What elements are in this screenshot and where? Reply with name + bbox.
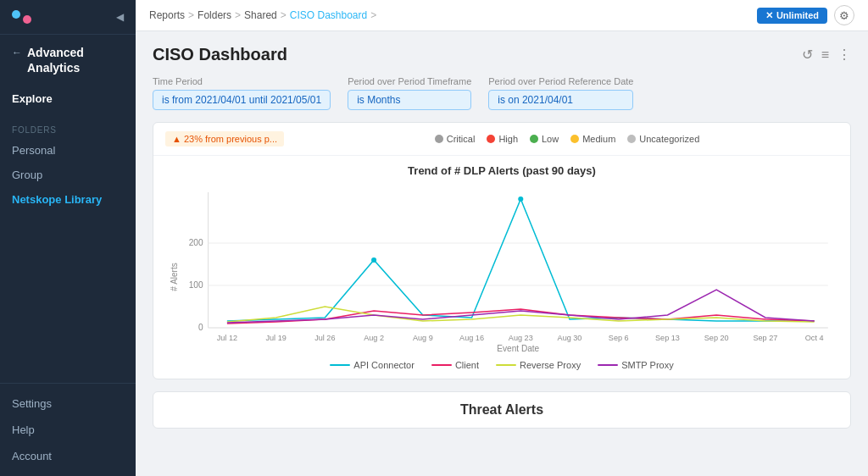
svg-text:Jul 26: Jul 26 bbox=[314, 334, 335, 342]
sidebar-bottom: Settings Help Account bbox=[0, 383, 136, 476]
svg-text:200: 200 bbox=[189, 238, 203, 247]
svg-text:Oct 4: Oct 4 bbox=[805, 334, 824, 342]
breadcrumb-sep-4: > bbox=[370, 9, 376, 21]
unlimited-badge: ✕ Unlimited bbox=[757, 8, 827, 24]
legend-critical-dot bbox=[435, 135, 443, 143]
top-bar: Reports > Folders > Shared > CISO Dashbo… bbox=[136, 0, 868, 31]
footer-legend-smtp-label: SMTP Proxy bbox=[621, 360, 674, 370]
more-button[interactable]: ⋮ bbox=[837, 47, 851, 63]
collapse-button[interactable]: ◀ bbox=[116, 11, 124, 23]
filter-time-period-chip[interactable]: is from 2021/04/01 until 2021/05/01 bbox=[153, 90, 331, 110]
dashboard-actions: ↺ ≡ ⋮ bbox=[802, 47, 851, 63]
trend-badge: ▲ 23% from previous p... bbox=[165, 131, 284, 147]
filter-timeframe-chip[interactable]: is Months bbox=[348, 90, 471, 110]
footer-legend-proxy: Reverse Proxy bbox=[496, 360, 581, 370]
footer-legend-client-label: Client bbox=[455, 360, 479, 370]
filter-button[interactable]: ≡ bbox=[821, 47, 829, 63]
filter-reference-date-label: Period over Period Reference Date bbox=[488, 76, 633, 86]
svg-text:Aug 9: Aug 9 bbox=[413, 334, 433, 342]
breadcrumb-active: CISO Dashboard bbox=[290, 9, 367, 21]
chart-card-header: ▲ 23% from previous p... Critical High L… bbox=[153, 123, 850, 156]
filter-timeframe-label: Period over Period Timeframe bbox=[348, 76, 471, 86]
sidebar-item-netskope-library[interactable]: Netskope Library bbox=[0, 187, 136, 212]
refresh-button[interactable]: ↺ bbox=[802, 47, 813, 63]
legend-high-dot bbox=[487, 135, 495, 143]
filter-time-period-label: Time Period bbox=[153, 76, 331, 86]
chart-title: Trend of # DLP Alerts (past 90 days) bbox=[167, 164, 837, 177]
filter-timeframe: Period over Period Timeframe is Months bbox=[348, 76, 471, 110]
sidebar-item-settings[interactable]: Settings bbox=[0, 390, 136, 417]
footer-legend-client: Client bbox=[431, 360, 479, 370]
legend-medium: Medium bbox=[570, 134, 615, 144]
sidebar-item-personal[interactable]: Personal bbox=[0, 138, 136, 163]
threat-alerts-section: Threat Alerts bbox=[153, 391, 851, 429]
sidebar-item-help[interactable]: Help bbox=[0, 417, 136, 443]
breadcrumb-folders[interactable]: Folders bbox=[198, 9, 231, 21]
footer-legend-api: API Connector bbox=[330, 360, 415, 370]
sidebar-item-explore[interactable]: Explore bbox=[0, 86, 136, 112]
sidebar-advanced-analytics: ← Advanced Analytics bbox=[0, 35, 136, 86]
chart-area: 0 100 200 # Alerts Jul 12 Jul 19 Jul 26 … bbox=[167, 184, 837, 353]
svg-text:0: 0 bbox=[198, 323, 203, 332]
svg-text:Sep 27: Sep 27 bbox=[754, 334, 778, 342]
legend-low: Low bbox=[530, 134, 559, 144]
footer-legend-client-line bbox=[431, 364, 452, 366]
filter-time-period: Time Period is from 2021/04/01 until 202… bbox=[153, 76, 331, 110]
sidebar: ◀ ← Advanced Analytics Explore FOLDERS P… bbox=[0, 0, 136, 476]
sidebar-folders-section-label: FOLDERS bbox=[0, 112, 136, 138]
svg-text:Jul 12: Jul 12 bbox=[217, 334, 237, 342]
dashboard-header: CISO Dashboard ↺ ≡ ⋮ bbox=[153, 45, 851, 64]
chart-body: Trend of # DLP Alerts (past 90 days) 0 bbox=[153, 156, 850, 379]
dlp-chart-card: ▲ 23% from previous p... Critical High L… bbox=[153, 122, 851, 379]
dashboard-body: CISO Dashboard ↺ ≡ ⋮ Time Period is from… bbox=[136, 31, 868, 476]
svg-text:Aug 30: Aug 30 bbox=[558, 334, 582, 342]
sidebar-item-account[interactable]: Account bbox=[0, 443, 136, 469]
footer-legend-smtp-line bbox=[598, 364, 618, 366]
sidebar-logo: ◀ bbox=[0, 0, 136, 35]
legend-uncategorized: Uncategorized bbox=[627, 134, 699, 144]
legend-critical: Critical bbox=[435, 134, 476, 144]
footer-legend-smtp: SMTP Proxy bbox=[598, 360, 674, 370]
svg-text:Aug 23: Aug 23 bbox=[509, 334, 533, 342]
legend-low-dot bbox=[530, 135, 538, 143]
top-bar-right: ✕ Unlimited ⚙ bbox=[757, 5, 854, 25]
svg-text:Jul 19: Jul 19 bbox=[265, 334, 286, 342]
unlimited-icon: ✕ bbox=[765, 10, 773, 21]
dashboard-title: CISO Dashboard bbox=[153, 45, 287, 64]
breadcrumb-sep-2: > bbox=[235, 9, 241, 21]
footer-legend-api-label: API Connector bbox=[353, 360, 415, 370]
svg-text:Sep 13: Sep 13 bbox=[655, 334, 680, 342]
breadcrumb-sep-3: > bbox=[281, 9, 287, 21]
svg-text:Sep 20: Sep 20 bbox=[704, 334, 729, 342]
footer-legend-api-line bbox=[330, 364, 350, 366]
svg-text:# Alerts: # Alerts bbox=[170, 263, 179, 291]
footer-legend-proxy-label: Reverse Proxy bbox=[520, 360, 581, 370]
breadcrumb-reports[interactable]: Reports bbox=[149, 9, 185, 21]
back-arrow-icon[interactable]: ← bbox=[12, 47, 22, 60]
threat-alerts-title: Threat Alerts bbox=[167, 402, 837, 418]
legend-uncategorized-dot bbox=[627, 135, 636, 143]
chart-legend: Critical High Low Medium bbox=[296, 134, 838, 144]
footer-legend-proxy-line bbox=[496, 364, 516, 366]
svg-text:Aug 16: Aug 16 bbox=[459, 334, 484, 342]
logo-icon bbox=[12, 10, 31, 24]
legend-medium-label: Medium bbox=[582, 134, 615, 144]
sidebar-item-group[interactable]: Group bbox=[0, 163, 136, 187]
chart-svg: 0 100 200 # Alerts Jul 12 Jul 19 Jul 26 … bbox=[167, 184, 837, 353]
svg-point-23 bbox=[371, 257, 376, 263]
legend-critical-label: Critical bbox=[447, 134, 476, 144]
unlimited-label: Unlimited bbox=[776, 10, 819, 20]
legend-high: High bbox=[487, 134, 518, 144]
svg-text:100: 100 bbox=[189, 280, 203, 290]
breadcrumb: Reports > Folders > Shared > CISO Dashbo… bbox=[149, 9, 376, 21]
breadcrumb-shared[interactable]: Shared bbox=[244, 9, 277, 21]
filter-reference-date: Period over Period Reference Date is on … bbox=[488, 76, 633, 110]
svg-text:Aug 2: Aug 2 bbox=[364, 334, 384, 342]
chart-footer-legend: API Connector Client Reverse Proxy SMTP … bbox=[167, 360, 837, 370]
filter-reference-date-chip[interactable]: is on 2021/04/01 bbox=[488, 90, 633, 110]
topbar-settings-button[interactable]: ⚙ bbox=[834, 5, 854, 25]
legend-high-label: High bbox=[498, 134, 518, 144]
svg-text:Event Date: Event Date bbox=[497, 344, 539, 353]
legend-medium-dot bbox=[570, 135, 579, 143]
svg-text:Sep 6: Sep 6 bbox=[609, 334, 629, 342]
